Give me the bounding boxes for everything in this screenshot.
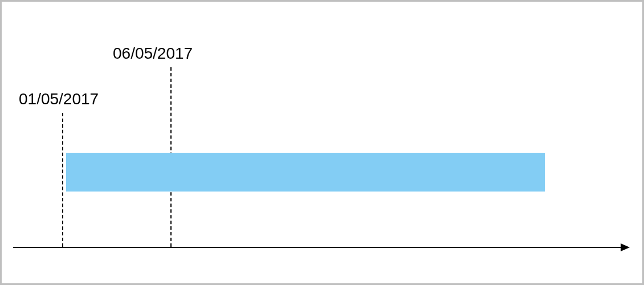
marker-line-1 <box>62 113 63 247</box>
marker-label-1: 01/05/2017 <box>19 90 99 108</box>
diagram-frame: 01/05/2017 06/05/2017 <box>0 0 644 285</box>
timeline-bar <box>66 153 545 192</box>
marker-label-2: 06/05/2017 <box>113 44 193 63</box>
x-axis <box>13 247 629 248</box>
axis-arrow-icon <box>621 243 630 251</box>
